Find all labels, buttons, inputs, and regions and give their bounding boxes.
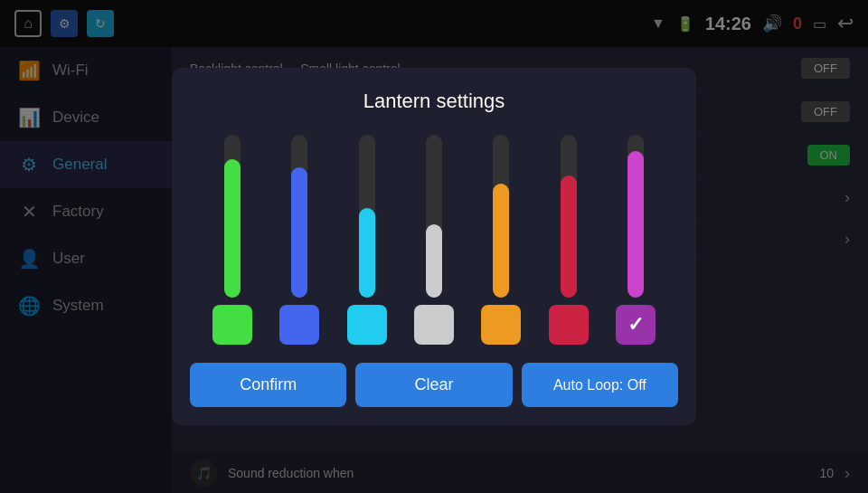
slider-track-white[interactable] — [426, 135, 442, 298]
dialog-title: Lantern settings — [190, 90, 678, 113]
lantern-settings-dialog: Lantern settings — [172, 68, 696, 425]
slider-track-blue[interactable] — [291, 135, 307, 298]
confirm-button[interactable]: Confirm — [190, 363, 346, 407]
slider-thumb-green[interactable] — [212, 305, 252, 345]
slider-fill-white — [426, 224, 442, 298]
slider-thumb-purple[interactable]: ✓ — [616, 305, 656, 345]
slider-thumb-cyan[interactable] — [347, 305, 387, 345]
slider-fill-cyan — [359, 208, 375, 298]
slider-blue — [279, 135, 319, 345]
slider-fill-orange — [493, 184, 509, 298]
slider-purple: ✓ — [616, 135, 656, 345]
slider-green — [212, 135, 252, 345]
slider-thumb-orange[interactable] — [481, 305, 521, 345]
slider-thumb-red[interactable] — [549, 305, 589, 345]
checkmark-icon: ✓ — [627, 313, 644, 337]
dialog-buttons: Confirm Clear Auto Loop: Off — [190, 363, 678, 407]
slider-cyan — [347, 135, 387, 345]
slider-thumb-blue[interactable] — [279, 305, 319, 345]
slider-thumb-white[interactable] — [414, 305, 454, 345]
sliders-container: ✓ — [190, 135, 678, 345]
slider-orange — [481, 135, 521, 345]
autoloop-button[interactable]: Auto Loop: Off — [522, 363, 678, 407]
slider-track-red[interactable] — [561, 135, 577, 298]
slider-track-purple[interactable] — [627, 135, 644, 298]
slider-track-cyan[interactable] — [359, 135, 375, 298]
dialog-overlay: Lantern settings — [0, 0, 868, 493]
slider-track-green[interactable] — [224, 135, 241, 298]
slider-track-orange[interactable] — [493, 135, 509, 298]
slider-fill-green — [224, 159, 241, 298]
slider-fill-purple — [627, 151, 644, 298]
slider-white — [414, 135, 454, 345]
clear-button[interactable]: Clear — [355, 363, 512, 407]
slider-fill-blue — [291, 167, 307, 298]
slider-fill-red — [561, 175, 577, 298]
slider-red — [549, 135, 589, 345]
